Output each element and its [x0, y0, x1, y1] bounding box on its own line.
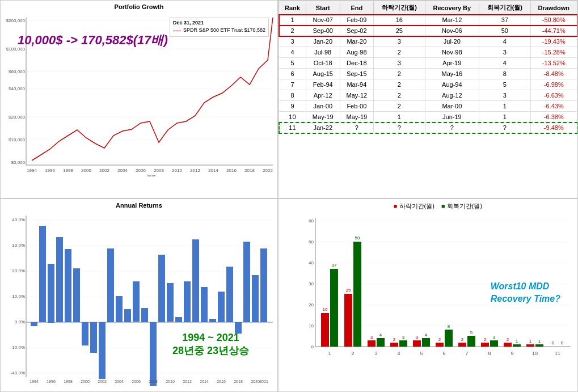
start-cell: Jan-00	[306, 101, 340, 112]
recovery-period-cell: 37	[479, 15, 530, 26]
svg-text:4: 4	[425, 332, 428, 338]
svg-text:2010: 2010	[172, 168, 182, 173]
svg-text:0: 0	[311, 344, 314, 349]
svg-rect-125	[413, 340, 421, 347]
main-container: Portfolio Growth 10,000$ -> 170,582$(17배…	[0, 0, 578, 392]
svg-text:5: 5	[470, 330, 473, 335]
start-cell: Sep-00	[306, 26, 340, 36]
svg-rect-58	[124, 309, 131, 322]
svg-text:2016: 2016	[217, 380, 226, 383]
end-cell: ?	[340, 123, 374, 133]
start-cell: Jan-22	[306, 123, 340, 133]
annual-overlay-text: 1994 ~ 2021 28년중 23년상승	[172, 332, 249, 357]
svg-rect-122	[399, 340, 407, 347]
end-cell: Mar-20	[340, 36, 374, 47]
svg-text:2: 2	[393, 337, 396, 342]
th-start: Start	[306, 1, 340, 15]
recovery-period-cell: 4	[479, 36, 530, 47]
decline-cell: 1	[374, 112, 425, 123]
data-table: Rank Start End 하락기간(월) Recovery By 회복기간(…	[279, 1, 577, 133]
svg-rect-140	[481, 343, 489, 347]
table-row: 8Apr-12May-122Aug-123-6.63%	[279, 90, 577, 101]
svg-text:10: 10	[309, 323, 314, 328]
annual-svg: 40.0% 30.0% 20.0% 10.0% 0.0% -10.0% -40.…	[3, 210, 276, 386]
recovery-by-cell: Jul-20	[425, 36, 479, 47]
svg-text:3: 3	[493, 335, 496, 340]
th-rank: Rank	[279, 1, 306, 15]
rank-cell: 8	[279, 90, 306, 101]
drawdown-cell: -50.80%	[530, 15, 577, 26]
svg-text:6: 6	[442, 351, 445, 356]
start-cell: Aug-15	[306, 69, 340, 79]
start-cell: May-19	[306, 112, 340, 123]
svg-rect-73	[252, 275, 259, 322]
svg-rect-137	[467, 336, 475, 347]
svg-text:2004: 2004	[115, 380, 124, 383]
svg-rect-55	[99, 322, 106, 379]
legend-date: Dec 31, 2021	[173, 20, 265, 26]
recovery-period-cell: 4	[479, 58, 530, 69]
svg-text:$0,000: $0,000	[11, 160, 26, 165]
svg-text:Year: Year	[146, 174, 156, 176]
end-cell: Sep-15	[340, 69, 374, 79]
svg-text:2002: 2002	[99, 168, 109, 173]
end-cell: Feb-00	[340, 101, 374, 112]
svg-rect-67	[201, 287, 208, 322]
start-cell: Oct-18	[306, 58, 340, 69]
recovery-period-cell: 5	[479, 79, 530, 90]
rank-cell: 4	[279, 47, 306, 58]
svg-text:50: 50	[355, 235, 360, 241]
recovery-period-cell: 1	[479, 101, 530, 112]
svg-text:$10,000: $10,000	[9, 137, 25, 142]
start-cell: Feb-94	[306, 79, 340, 90]
th-end: End	[340, 1, 374, 15]
table-row: 5Oct-18Dec-183Apr-194-13.52%	[279, 58, 577, 69]
drawdown-cell: -15.28%	[530, 47, 577, 58]
svg-text:5: 5	[420, 351, 423, 356]
svg-rect-53	[82, 322, 88, 345]
svg-text:60: 60	[309, 218, 314, 224]
recovery-by-cell: Aug-94	[425, 79, 479, 90]
svg-rect-142	[490, 340, 498, 347]
decline-cell: 2	[374, 90, 425, 101]
recovery-period-cell: 8	[479, 69, 530, 79]
svg-text:2008: 2008	[154, 168, 164, 173]
svg-text:25: 25	[346, 288, 351, 293]
svg-text:1998: 1998	[63, 168, 73, 173]
svg-text:2000: 2000	[81, 168, 91, 173]
svg-rect-52	[73, 268, 80, 322]
drawdown-cell: -13.52%	[530, 58, 577, 69]
svg-text:20.0%: 20.0%	[12, 268, 25, 273]
svg-text:2012: 2012	[190, 168, 200, 173]
svg-text:2014: 2014	[200, 380, 209, 383]
svg-text:0.0%: 0.0%	[15, 319, 25, 324]
end-cell: Dec-18	[340, 58, 374, 69]
decline-cell: 3	[374, 58, 425, 69]
table-row: 2Sep-00Sep-0225Nov-0650-44.71%	[279, 26, 577, 36]
svg-rect-110	[344, 294, 352, 347]
rank-cell: 2	[279, 26, 306, 36]
svg-text:8: 8	[488, 351, 491, 356]
svg-text:10: 10	[532, 351, 538, 356]
svg-rect-115	[368, 340, 376, 347]
svg-rect-135	[458, 343, 466, 347]
svg-rect-59	[133, 281, 140, 322]
end-cell: Feb-09	[340, 15, 374, 26]
recovery-by-cell: Mar-12	[425, 15, 479, 26]
svg-rect-147	[513, 344, 521, 347]
svg-text:1: 1	[529, 339, 532, 344]
svg-text:2006: 2006	[132, 380, 141, 383]
svg-rect-62	[158, 255, 165, 322]
svg-rect-70	[226, 267, 233, 322]
recovery-by-cell: Aug-12	[425, 90, 479, 101]
table-row: 1Nov-07Feb-0916Mar-1237-50.80%	[279, 15, 577, 26]
svg-text:4: 4	[397, 351, 400, 356]
svg-text:$200,000: $200,000	[6, 18, 26, 23]
svg-rect-117	[377, 338, 385, 347]
end-cell: Sep-02	[340, 26, 374, 36]
svg-rect-68	[209, 319, 216, 322]
drawdown-cell: -6.63%	[530, 90, 577, 101]
svg-text:$40,000: $40,000	[9, 86, 25, 91]
svg-text:11: 11	[555, 351, 560, 356]
svg-rect-64	[175, 317, 182, 322]
